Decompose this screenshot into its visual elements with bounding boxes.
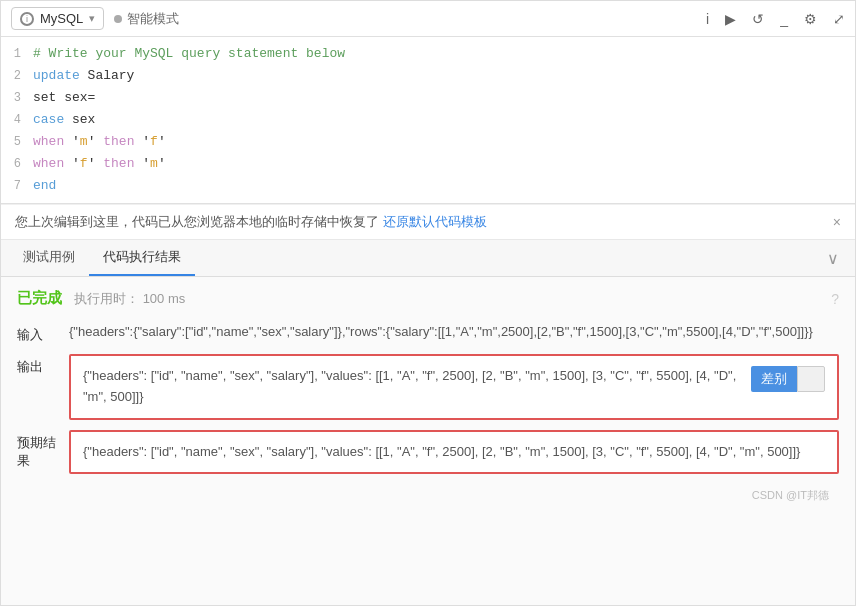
db-icon: i — [20, 12, 34, 26]
line-content: when 'f' then 'm' — [33, 153, 166, 175]
notification-close[interactable]: × — [833, 214, 841, 230]
input-row: 输入 {"headers":{"salary":["id","name","se… — [17, 322, 839, 344]
line-number: 4 — [1, 109, 33, 131]
code-line: 3set sex= — [1, 87, 855, 109]
notification-text: 您上次编辑到这里，代码已从您浏览器本地的临时存储中恢复了 — [15, 213, 379, 231]
line-content: case sex — [33, 109, 95, 131]
chevron-down-icon: ▾ — [89, 12, 95, 25]
restore-link[interactable]: 还原默认代码模板 — [383, 213, 487, 231]
output-row: 输出 {"headers": ["id", "name", "sex", "sa… — [17, 354, 839, 420]
status-done: 已完成 — [17, 289, 62, 308]
db-label: MySQL — [40, 11, 83, 26]
output-label: 输出 — [17, 354, 57, 376]
smart-mode: 智能模式 — [114, 10, 179, 28]
code-line: 6when 'f' then 'm' — [1, 153, 855, 175]
db-selector[interactable]: i MySQL ▾ — [11, 7, 104, 30]
help-icon[interactable]: ? — [831, 291, 839, 307]
tab-test-case[interactable]: 测试用例 — [9, 240, 89, 276]
settings-icon[interactable]: ⚙ — [804, 11, 817, 27]
tabs-bar: 测试用例 代码执行结果 ∨ — [1, 240, 855, 277]
code-lines: 1# Write your MySQL query statement belo… — [1, 37, 855, 203]
toolbar-icons: i ▶ ↺ _ ⚙ ⤢ — [706, 11, 845, 27]
input-content: {"headers":{"salary":["id","name","sex",… — [69, 322, 839, 343]
expected-row: 预期结果 {"headers": ["id", "name", "sex", "… — [17, 430, 839, 475]
refresh-icon[interactable]: ↺ — [752, 11, 764, 27]
diff-btn-label[interactable]: 差别 — [751, 366, 797, 392]
output-box: {"headers": ["id", "name", "sex", "salar… — [69, 354, 839, 420]
toolbar: i MySQL ▾ 智能模式 i ▶ ↺ _ ⚙ ⤢ — [1, 1, 855, 37]
code-line: 1# Write your MySQL query statement belo… — [1, 43, 855, 65]
notification-bar: 您上次编辑到这里，代码已从您浏览器本地的临时存储中恢复了 还原默认代码模板 × — [1, 204, 855, 240]
fullscreen-icon[interactable]: ⤢ — [833, 11, 845, 27]
smart-mode-label: 智能模式 — [127, 10, 179, 28]
diff-button[interactable]: 差别 — [751, 366, 825, 392]
line-content: end — [33, 175, 56, 197]
tab-collapse-icon[interactable]: ∨ — [819, 245, 847, 272]
code-editor[interactable]: 1# Write your MySQL query statement belo… — [1, 37, 855, 204]
output-text: {"headers": ["id", "name", "sex", "salar… — [83, 366, 741, 408]
result-status: 已完成 执行用时： 100 ms ? — [17, 289, 839, 308]
line-content: update Salary — [33, 65, 134, 87]
line-number: 7 — [1, 175, 33, 197]
line-number: 3 — [1, 87, 33, 109]
info-icon[interactable]: i — [706, 11, 709, 27]
code-line: 2update Salary — [1, 65, 855, 87]
expected-content: {"headers": ["id", "name", "sex", "salar… — [69, 430, 839, 475]
line-content: set sex= — [33, 87, 95, 109]
input-label: 输入 — [17, 322, 57, 344]
code-line: 7end — [1, 175, 855, 197]
main-container: i MySQL ▾ 智能模式 i ▶ ↺ _ ⚙ ⤢ 1# Write your… — [0, 0, 856, 606]
run-icon[interactable]: ▶ — [725, 11, 736, 27]
diff-btn-toggle[interactable] — [797, 366, 825, 392]
smart-mode-dot — [114, 15, 122, 23]
line-number: 5 — [1, 131, 33, 153]
code-line: 5when 'm' then 'f' — [1, 131, 855, 153]
line-content: # Write your MySQL query statement below — [33, 43, 345, 65]
footer-credit: CSDN @IT邦德 — [17, 484, 839, 507]
line-number: 6 — [1, 153, 33, 175]
expected-label: 预期结果 — [17, 430, 57, 470]
exec-time: 执行用时： 100 ms — [74, 290, 185, 308]
terminal-icon[interactable]: _ — [780, 11, 788, 27]
tab-exec-result[interactable]: 代码执行结果 — [89, 240, 195, 276]
results-area: 已完成 执行用时： 100 ms ? 输入 {"headers":{"salar… — [1, 277, 855, 605]
line-number: 1 — [1, 43, 33, 65]
line-content: when 'm' then 'f' — [33, 131, 166, 153]
code-line: 4case sex — [1, 109, 855, 131]
line-number: 2 — [1, 65, 33, 87]
